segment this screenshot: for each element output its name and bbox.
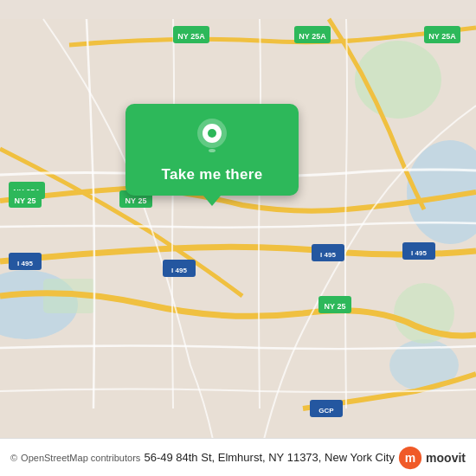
bottom-left: © OpenStreetMap contributors [10, 453, 140, 463]
moovit-label: moovit [426, 451, 466, 465]
map-background: NY 25A NY 25A NY 25A NY 25A NY 25 NY 25 … [0, 0, 476, 476]
svg-text:I 495: I 495 [411, 249, 427, 257]
location-popup: Take me there [125, 104, 299, 196]
pin-icon [196, 118, 228, 156]
svg-text:NY 25A: NY 25A [299, 32, 326, 41]
svg-text:NY 25A: NY 25A [177, 32, 205, 41]
svg-text:I 495: I 495 [320, 251, 336, 259]
svg-text:NY 25: NY 25 [15, 196, 36, 205]
copyright-icon: © [10, 453, 17, 463]
svg-point-4 [355, 41, 441, 119]
pin-icon-wrapper [196, 118, 228, 159]
moovit-icon: m [398, 446, 422, 470]
svg-text:I 495: I 495 [17, 260, 33, 267]
map-container: NY 25A NY 25A NY 25A NY 25A NY 25 NY 25 … [0, 0, 476, 476]
svg-text:m: m [405, 451, 415, 465]
take-me-there-button[interactable]: Take me there [162, 166, 263, 183]
svg-text:NY 25A: NY 25A [428, 32, 456, 41]
bottom-bar: © OpenStreetMap contributors 56-49 84th … [0, 438, 476, 476]
svg-point-33 [208, 129, 216, 138]
openstreetmap-credit: OpenStreetMap contributors [21, 453, 140, 463]
svg-point-34 [209, 149, 215, 152]
address-text: 56-49 84th St, Elmhurst, NY 11373, New Y… [144, 451, 395, 464]
moovit-logo: m moovit [398, 446, 466, 470]
svg-text:NY 25: NY 25 [125, 196, 147, 205]
svg-text:GCP: GCP [318, 407, 334, 415]
svg-text:NY 25: NY 25 [325, 302, 346, 311]
svg-text:I 495: I 495 [171, 267, 187, 274]
